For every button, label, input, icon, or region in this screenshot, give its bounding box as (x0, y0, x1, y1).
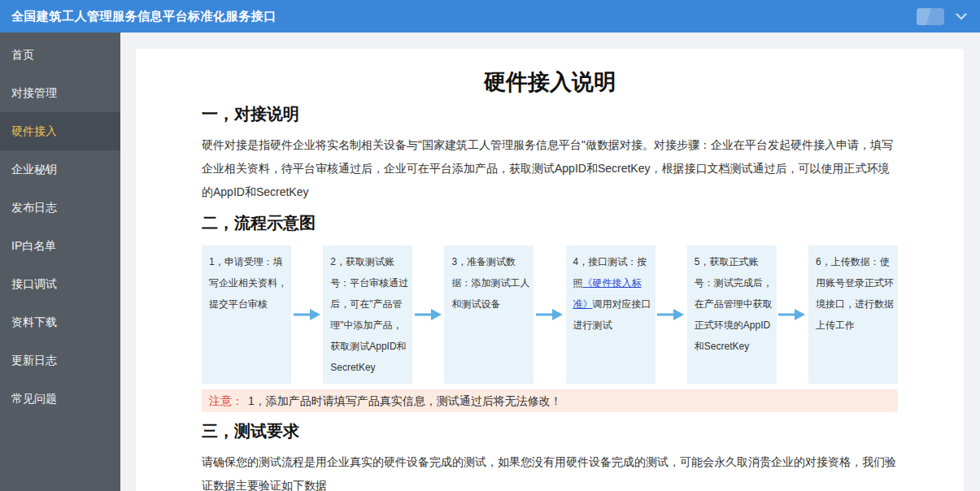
content-area: 硬件接入说明 一，对接说明 硬件对接是指硬件企业将实名制相关设备与"国家建筑工人… (120, 33, 980, 491)
sidebar-item-8[interactable]: 更新日志 (0, 341, 120, 380)
flow-arrow (412, 246, 444, 384)
flow-arrow-icon (536, 308, 564, 321)
section-1-body: 硬件对接是指硬件企业将实名制相关设备与"国家建筑工人管理服务信息平台"做数据对接… (202, 133, 898, 204)
sidebar: 首页对接管理硬件接入企业秘钥发布日志IP白名单接口调试资料下载更新日志常见问题 (0, 33, 120, 491)
flow-arrow (777, 246, 808, 384)
flow-diagram: 1，申请受理：填写企业相关资料，提交平台审核2，获取测试账号：平台审核通过后，可… (202, 246, 898, 384)
flow-arrow (534, 246, 565, 384)
flow-arrow-icon (294, 308, 321, 321)
flow-arrow-icon (778, 308, 806, 321)
section-heading-1: 一，对接说明 (202, 102, 898, 125)
content-panel: 硬件接入说明 一，对接说明 硬件对接是指硬件企业将实名制相关设备与"国家建筑工人… (136, 49, 964, 491)
flow-step-text: 2，获取测试账号：平台审核通过后，可在"产品管理"中添加产品，获取测试AppID… (330, 256, 408, 373)
flow-step-1: 1，申请受理：填写企业相关资料，提交平台审核 (202, 246, 291, 384)
main-wrapper: 首页对接管理硬件接入企业秘钥发布日志IP白名单接口调试资料下载更新日志常见问题 … (0, 33, 980, 491)
sidebar-item-4[interactable]: 发布日志 (0, 189, 120, 227)
sidebar-item-2[interactable]: 硬件接入 (0, 112, 120, 150)
app-header: 全国建筑工人管理服务信息平台标准化服务接口 (0, 0, 980, 33)
chevron-down-icon[interactable] (956, 13, 967, 20)
flow-arrow (656, 246, 687, 384)
sidebar-item-0[interactable]: 首页 (0, 36, 120, 74)
section-heading-2: 二，流程示意图 (202, 211, 898, 234)
flow-step-2: 2，获取测试账号：平台审核通过后，可在"产品管理"中添加产品，获取测试AppID… (323, 246, 412, 384)
flow-step-text: 5，获取正式账号：测试完成后，在产品管理中获取正式环境的AppID和Secret… (695, 256, 773, 352)
flow-step-3: 3，准备测试数据：添加测试工人和测试设备 (444, 246, 534, 384)
flow-arrow (291, 246, 323, 384)
sidebar-item-7[interactable]: 资料下载 (0, 303, 120, 341)
notice-text: 1，添加产品时请填写产品真实信息，测试通过后将无法修改！ (248, 394, 562, 407)
sidebar-item-1[interactable]: 对接管理 (0, 74, 120, 112)
section-3-body: 请确保您的测试流程是用企业真实的硬件设备完成的测试，如果您没有用硬件设备完成的测… (202, 450, 898, 491)
sidebar-item-6[interactable]: 接口调试 (0, 265, 120, 303)
section-heading-3: 三，测试要求 (202, 419, 898, 442)
flow-step-text: 6，上传数据：使用账号登录正式环境接口，进行数据上传工作 (816, 256, 894, 331)
app-title: 全国建筑工人管理服务信息平台标准化服务接口 (11, 9, 277, 24)
sidebar-item-5[interactable]: IP白名单 (0, 227, 120, 265)
avatar[interactable] (917, 8, 944, 25)
flow-arrow-icon (415, 308, 442, 321)
flow-step-text: 1，申请受理：填写企业相关资料，提交平台审核 (209, 256, 287, 310)
sidebar-item-9[interactable]: 常见问题 (0, 380, 120, 418)
user-menu[interactable] (917, 8, 967, 25)
page-title: 硬件接入说明 (202, 69, 898, 95)
sidebar-item-3[interactable]: 企业秘钥 (0, 150, 120, 189)
notice-label: 注意： (209, 394, 243, 407)
flow-step-5: 5，获取正式账号：测试完成后，在产品管理中获取正式环境的AppID和Secret… (687, 246, 777, 384)
flow-step-text: 3，准备测试数据：添加测试工人和测试设备 (451, 256, 529, 310)
flow-arrow-icon (657, 308, 685, 321)
flow-step-4: 4，接口测试：按照《硬件接入标准》调用对应接口进行测试 (566, 246, 656, 384)
flow-step-6: 6，上传数据：使用账号登录正式环境接口，进行数据上传工作 (808, 246, 898, 384)
notice-bar: 注意：1，添加产品时请填写产品真实信息，测试通过后将无法修改！ (202, 389, 898, 412)
